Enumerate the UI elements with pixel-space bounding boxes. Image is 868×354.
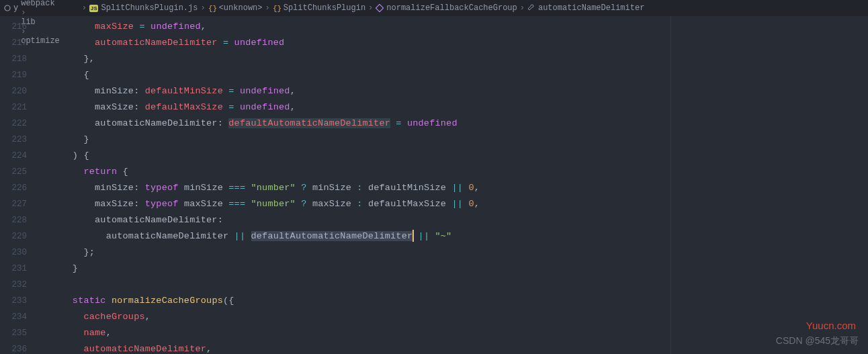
token-keyword: undefined	[407, 118, 458, 128]
code-line[interactable]: }	[39, 261, 864, 277]
token-property: maxSize	[184, 199, 223, 209]
code-line[interactable]: minSize: typeof minSize === "number" ? m…	[39, 180, 864, 196]
code-line[interactable]: ) {	[39, 148, 864, 164]
token-property: defaultAutomaticNameDelimiter	[251, 231, 413, 241]
code-line[interactable]: {	[39, 67, 864, 83]
token-punct: :	[218, 215, 223, 225]
code-line[interactable]: cacheGroups,	[39, 309, 864, 325]
code-line[interactable]: automaticNameDelimiter: defaultAutomatic…	[39, 116, 864, 132]
token-operator: =	[228, 102, 234, 112]
token-punct: ,	[201, 21, 206, 32]
line-number: 227	[0, 196, 27, 212]
token-keyword: typeof	[145, 183, 179, 193]
line-number: 225	[0, 164, 27, 180]
line-number: 229	[0, 228, 27, 245]
token-punct: :	[218, 118, 229, 128]
line-number: 232	[0, 277, 27, 293]
breadcrumb-symbol[interactable]: {} SplitChunksPlugin	[273, 3, 365, 13]
token-var: defaultMaxSize	[145, 102, 223, 112]
code-area[interactable]: maxSize = undefined, automaticNameDelimi…	[39, 16, 864, 354]
watermark: Yuucn.com	[806, 320, 856, 331]
token-var: maxSize	[95, 21, 134, 32]
token-punct	[228, 38, 234, 48]
breadcrumb-symbol[interactable]: normalizeFallbackCacheGroup	[376, 3, 517, 13]
breadcrumb-label: <unknown>	[219, 3, 263, 13]
token-punct: {	[228, 296, 234, 306]
breadcrumb-bar: y ›node_modules›webpack›lib›optimize › J…	[0, 0, 868, 16]
token-punct	[61, 328, 83, 338]
token-property: minSize	[312, 183, 351, 193]
token-punct	[61, 231, 105, 241]
token-punct	[106, 296, 112, 306]
code-line[interactable]: minSize: defaultMinSize = undefined,	[39, 83, 864, 99]
token-punct	[296, 183, 301, 193]
code-line[interactable]	[39, 277, 864, 293]
code-line[interactable]: name,	[39, 325, 864, 341]
token-var: automaticNameDelimiter	[83, 344, 206, 354]
token-punct	[61, 215, 95, 225]
code-line[interactable]: automaticNameDelimiter:	[39, 212, 864, 228]
token-punct: :	[134, 183, 145, 193]
svg-text:{}: {}	[208, 5, 216, 12]
line-number: 219	[0, 67, 27, 83]
line-number: 231	[0, 261, 27, 277]
code-line[interactable]: maxSize: typeof maxSize === "number" ? m…	[39, 196, 864, 212]
svg-rect-3	[376, 4, 384, 11]
line-number: 236	[0, 341, 27, 354]
line-number: 216	[0, 19, 27, 35]
breadcrumb-root[interactable]: y	[4, 3, 18, 13]
minimap[interactable]	[864, 16, 868, 354]
code-line[interactable]: automaticNameDelimiter = undefined	[39, 35, 864, 51]
line-number-gutter: 2162172182192202212222232242252262272282…	[0, 16, 39, 354]
token-property: minSize	[95, 183, 134, 193]
chevron-right-icon: ›	[82, 3, 87, 13]
code-line[interactable]: static normalizeCacheGroups({	[39, 293, 864, 309]
token-property: minSize	[184, 183, 223, 193]
code-line[interactable]: maxSize = undefined,	[39, 19, 864, 35]
token-keyword: return	[83, 167, 117, 177]
breadcrumb-folder[interactable]: webpack	[21, 0, 79, 8]
token-punct	[61, 150, 73, 161]
token-punct	[402, 118, 407, 128]
token-punct	[429, 231, 435, 241]
token-property: minSize	[95, 86, 134, 96]
token-punct	[61, 134, 83, 144]
token-keyword: undefined	[240, 102, 290, 112]
code-line[interactable]: maxSize: defaultMaxSize = undefined,	[39, 99, 864, 116]
token-string: "number"	[251, 183, 296, 193]
breadcrumb-symbol[interactable]: automaticNameDelimiter	[527, 3, 644, 13]
token-var: cacheGroups	[83, 312, 144, 322]
code-line[interactable]: return {	[39, 164, 864, 180]
token-punct	[61, 118, 95, 128]
svg-point-0	[5, 5, 10, 11]
token-keyword: undefined	[234, 38, 285, 48]
code-line[interactable]: };	[39, 245, 864, 261]
token-punct: {	[83, 70, 89, 80]
code-line[interactable]: automaticNameDelimiter || defaultAutomat…	[39, 228, 864, 245]
token-punct	[245, 199, 251, 209]
svg-text:{}: {}	[273, 5, 281, 12]
token-punct: ,	[290, 102, 296, 112]
code-line[interactable]: }	[39, 132, 864, 148]
token-keyword: static	[73, 296, 106, 306]
token-operator: =	[396, 118, 401, 128]
token-property: defaultMaxSize	[368, 199, 446, 209]
token-var: name	[83, 328, 105, 338]
circle-icon	[4, 5, 11, 11]
token-punct: ,	[290, 86, 296, 96]
chevron-right-icon: ›	[368, 3, 373, 13]
token-punct	[363, 199, 368, 209]
token-punct	[307, 183, 312, 193]
token-punct: },	[83, 54, 95, 64]
code-line[interactable]: automaticNameDelimiter,	[39, 341, 864, 354]
token-punct	[245, 183, 251, 193]
token-punct	[228, 231, 234, 241]
breadcrumb-symbol[interactable]: {} <unknown>	[208, 3, 263, 13]
breadcrumb-file[interactable]: JS SplitChunksPlugin.js	[89, 3, 198, 13]
line-number: 224	[0, 148, 27, 164]
token-punct: ,	[106, 328, 112, 338]
watermark: CSDN @545龙哥哥	[776, 335, 859, 347]
code-editor[interactable]: 2162172182192202212222232242252262272282…	[0, 16, 868, 354]
token-punct	[61, 183, 95, 193]
code-line[interactable]: },	[39, 51, 864, 67]
